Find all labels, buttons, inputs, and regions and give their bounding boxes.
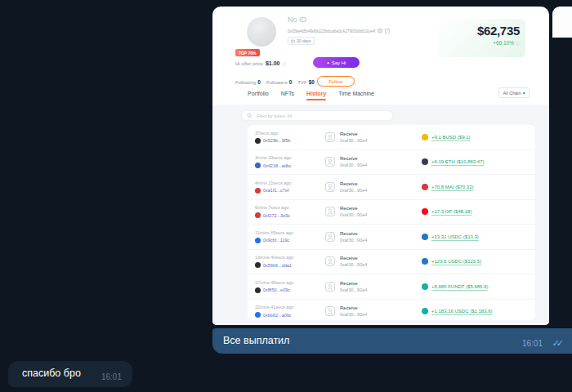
- tx-action: Receive: [340, 305, 367, 310]
- tx-amount-link[interactable]: +5,685 FUNDT ($5,685.9): [431, 284, 488, 289]
- explorer-link-icon[interactable]: [385, 29, 390, 33]
- balance-change: +60.10%: [493, 40, 514, 46]
- tab-nfts[interactable]: NFTs: [281, 91, 294, 96]
- chain-icon: [255, 262, 261, 268]
- contract-person-icon: [325, 132, 335, 142]
- album-second-image[interactable]: [552, 7, 572, 38]
- tx-time: 17mins 49secs ago: [255, 280, 325, 285]
- tx-time: 4mins 21secs ago: [255, 180, 325, 185]
- tab-time-machine[interactable]: Time Machine: [338, 91, 374, 96]
- history-row: 37secs ago 0x529b...9f5b Receive 0xaf30.…: [248, 125, 535, 150]
- chain-icon: [255, 287, 261, 293]
- chain-icon: [255, 188, 261, 194]
- tx-hash-link[interactable]: 0x4218...adbc: [263, 163, 292, 168]
- search-input[interactable]: [255, 113, 387, 119]
- tx-hash-link[interactable]: 0x9cbf...119c: [263, 238, 289, 243]
- chain-icon: [255, 312, 261, 318]
- token-icon: [422, 258, 428, 265]
- offer-label: Hi offer price: [235, 61, 263, 66]
- total-balance: $62,735: [437, 24, 520, 38]
- tx-counterparty: 0xaf30...90e4: [340, 238, 367, 243]
- tx-counterparty: 0xaf30...90e4: [340, 312, 367, 317]
- history-row: 22mins 41secs ago 0xbb62...a09c Receive …: [248, 300, 535, 321]
- tx-amount-link[interactable]: +9.1 BUSD ($9.1): [431, 135, 471, 140]
- token-icon: [422, 283, 428, 290]
- tx-hash-link[interactable]: 0x8f50...e09c: [263, 287, 290, 292]
- read-status-icon: ✓✓: [552, 338, 564, 349]
- following-count: 0: [257, 79, 261, 85]
- tx-counterparty: 0xaf30...90e4: [340, 138, 367, 143]
- tx-counterparty: 0xaf30...90e4: [340, 188, 367, 193]
- message-time: 16:01: [101, 372, 122, 381]
- contract-person-icon: [325, 306, 335, 316]
- telegram-chat-window: No ID 0xf29a4d5b49d6b223b6ca6a0cA279f05d…: [0, 0, 572, 392]
- incoming-message: спасибо бро 16:01: [8, 361, 132, 387]
- profile-stats: Following0 Followers0 TVF$0ⓘ: [235, 79, 320, 85]
- tx-action: Receive: [340, 156, 367, 161]
- contract-person-icon: [325, 232, 335, 242]
- attached-screenshot[interactable]: No ID 0xf29a4d5b49d6b223b6ca6a0cA279f05d…: [212, 7, 549, 325]
- token-icon: [422, 134, 428, 140]
- profile-name: No ID: [288, 16, 306, 24]
- tx-time: 3mins 33secs ago: [255, 155, 325, 160]
- history-row: 3mins 33secs ago 0x4218...adbc Receive 0…: [248, 150, 535, 176]
- token-icon: [422, 184, 428, 190]
- tx-amount-link[interactable]: +123.5 USDC ($123.5): [431, 259, 481, 264]
- token-filter-search[interactable]: [241, 110, 393, 121]
- tx-hash-link[interactable]: 0x59b6...dda1: [263, 263, 292, 268]
- history-row: 4mins 21secs ago 0xa1f1...c7ef Receive 0…: [248, 175, 535, 200]
- token-icon: [422, 308, 428, 314]
- history-row: 6mins 7secs ago 0xf272...3e9c Receive 0x…: [248, 200, 535, 225]
- tx-time: 13mins 40secs ago: [255, 255, 325, 260]
- tvf-label: TVF: [297, 80, 306, 85]
- chain-filter-dropdown[interactable]: All Chain ▾: [498, 87, 530, 98]
- wallet-address: 0xf29a4d5b49d6b223b6ca6a0cA279f05db810ce…: [288, 29, 375, 33]
- history-row: 13mins 40secs ago 0x59b6...dda1 Receive …: [248, 250, 535, 275]
- tx-amount-link[interactable]: +6.19 ETH ($10,863.47): [431, 159, 485, 164]
- tx-amount-link[interactable]: +1,183.16 USDC ($1,183.6): [431, 309, 493, 314]
- outgoing-message: Все выплатил 16:01 ✓✓: [212, 328, 572, 354]
- chain-icon: [255, 163, 261, 168]
- history-row: 11mins 45secs ago 0x9cbf...119c Receive …: [248, 225, 535, 250]
- search-icon: [247, 113, 252, 118]
- message-time: 16:01: [522, 339, 543, 348]
- message-text: спасибо бро: [22, 368, 81, 379]
- token-icon: [422, 234, 428, 240]
- tx-action: Receive: [340, 181, 367, 186]
- chain-icon: [255, 138, 261, 144]
- tx-amount-link[interactable]: +13.31 USDC ($13.3): [431, 234, 479, 239]
- followers-count: 0: [289, 79, 293, 85]
- say-hi-button[interactable]: ✦ Say Hi: [313, 57, 360, 68]
- tab-history[interactable]: History: [306, 91, 326, 96]
- tx-action: Receive: [340, 206, 367, 211]
- copy-icon[interactable]: [378, 29, 382, 33]
- tx-hash-link[interactable]: 0xf272...3e9c: [263, 213, 290, 218]
- tx-time: 37secs ago: [255, 131, 325, 136]
- tx-counterparty: 0xaf30...90e4: [340, 287, 367, 292]
- rank-badge: TOP 78%: [235, 49, 260, 56]
- token-icon: [422, 208, 428, 215]
- avatar: [247, 17, 276, 47]
- tx-time: 22mins 41secs ago: [255, 305, 325, 310]
- sparkle-icon: ✦: [327, 60, 330, 65]
- info-icon: ⓘ: [282, 61, 286, 66]
- tx-hash-link[interactable]: 0x529b...9f5b: [263, 138, 290, 143]
- history-panel: 37secs ago 0x529b...9f5b Receive 0xaf30.…: [212, 105, 549, 325]
- tx-time: 6mins 7secs ago: [255, 205, 325, 210]
- tx-hash-link[interactable]: 0xa1f1...c7ef: [263, 188, 289, 193]
- tx-hash-link[interactable]: 0xbb62...a09c: [263, 313, 292, 318]
- following-label: Following: [235, 80, 256, 85]
- offer-value: $1.00: [266, 60, 280, 66]
- tab-portfolio[interactable]: Portfolio: [248, 91, 269, 96]
- history-table: 37secs ago 0x529b...9f5b Receive 0xaf30.…: [248, 125, 535, 320]
- follow-button[interactable]: Follow: [317, 76, 355, 87]
- tx-counterparty: 0xaf30...90e4: [340, 262, 367, 267]
- tx-time: 11mins 45secs ago: [255, 230, 325, 235]
- tx-amount-link[interactable]: +17.3 OP ($48.18): [431, 209, 471, 214]
- tx-action: Receive: [340, 131, 367, 136]
- tx-amount-link[interactable]: +70.8 MAI ($70.32): [431, 185, 474, 189]
- tx-counterparty: 0xaf30...90e4: [340, 163, 367, 167]
- message-text: Все выплатил: [223, 335, 289, 346]
- tx-action: Receive: [340, 256, 367, 261]
- contract-person-icon: [325, 157, 335, 167]
